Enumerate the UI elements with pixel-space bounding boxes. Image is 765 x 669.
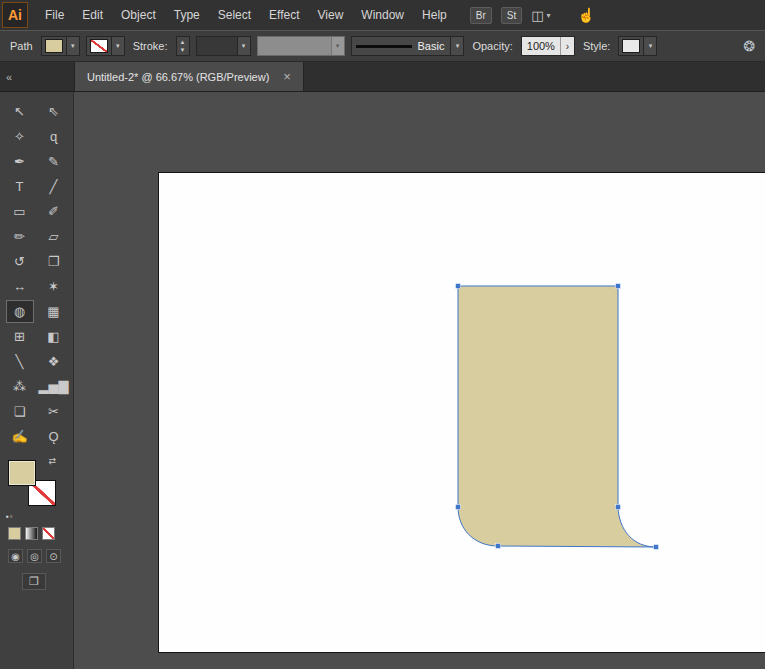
stroke-weight-stepper[interactable]: ▲ ▼ bbox=[176, 36, 190, 56]
stroke-color-dropdown[interactable]: ▾ bbox=[86, 36, 125, 56]
style-label[interactable]: Style: bbox=[583, 40, 611, 52]
canvas-svg bbox=[74, 92, 765, 669]
width-tool[interactable]: ↔ bbox=[6, 275, 34, 298]
fill-indicator[interactable] bbox=[8, 460, 36, 486]
stroke-weight-dropdown[interactable]: ▾ bbox=[196, 36, 251, 56]
collapse-panel-icon[interactable]: « bbox=[6, 71, 12, 83]
pen-tool[interactable]: ✒ bbox=[6, 150, 34, 173]
workspace: ↖⇖✧ɋ✒✎T╱▭✐✏▱↺❐↔✶◍▦⊞◧╲❖⁂▂▅▇❏✂✍Ǫ ⇄ ▪▫ ◉◎⊙ … bbox=[0, 92, 765, 669]
lasso-tool[interactable]: ɋ bbox=[40, 125, 68, 148]
stepper-up-icon: ▲ bbox=[180, 38, 186, 46]
eraser-tool[interactable]: ▱ bbox=[40, 225, 68, 248]
swap-fill-stroke-icon[interactable]: ⇄ bbox=[48, 456, 56, 466]
default-fill-stroke-icon[interactable]: ▪▫ bbox=[6, 512, 73, 521]
apply-gradient-button[interactable] bbox=[25, 527, 38, 540]
menu-select[interactable]: Select bbox=[209, 8, 260, 22]
selection-context-label: Path bbox=[10, 40, 33, 52]
chevron-down-icon: ▾ bbox=[237, 37, 250, 55]
perspective-grid-tool-icon: ▦ bbox=[47, 304, 59, 319]
menu-help[interactable]: Help bbox=[413, 8, 456, 22]
menu-file[interactable]: File bbox=[36, 8, 73, 22]
menu-effect[interactable]: Effect bbox=[260, 8, 308, 22]
document-tab[interactable]: Untitled-2* @ 66.67% (RGB/Preview) × bbox=[74, 62, 304, 91]
opacity-label[interactable]: Opacity: bbox=[472, 40, 512, 52]
free-transform-tool[interactable]: ✶ bbox=[40, 275, 68, 298]
canvas-area[interactable] bbox=[74, 92, 765, 669]
menu-bar: Ai File Edit Object Type Select Effect V… bbox=[0, 0, 765, 30]
apply-color-row bbox=[8, 527, 73, 540]
workspace-switcher[interactable]: ◫ ▾ bbox=[531, 8, 550, 23]
fill-stroke-indicator: ⇄ bbox=[8, 460, 56, 506]
opacity-input[interactable]: 100% bbox=[522, 37, 560, 55]
brush-definition-dropdown[interactable]: Basic ▾ bbox=[351, 36, 465, 56]
perspective-grid-tool[interactable]: ▦ bbox=[40, 300, 68, 323]
column-graph-tool-icon: ▂▅▇ bbox=[39, 379, 69, 394]
paintbrush-tool[interactable]: ✐ bbox=[40, 200, 68, 223]
zoom-tool-icon: Ǫ bbox=[48, 429, 58, 444]
anchor-point[interactable] bbox=[654, 545, 659, 550]
menu-type[interactable]: Type bbox=[165, 8, 209, 22]
eyedropper-tool-icon: ╲ bbox=[16, 354, 24, 369]
mesh-tool-icon: ⊞ bbox=[14, 329, 25, 344]
anchor-point[interactable] bbox=[496, 544, 501, 549]
shaper-tool-icon: ✏ bbox=[14, 229, 25, 244]
zoom-tool[interactable]: Ǫ bbox=[40, 425, 68, 448]
drawing-modes-row: ◉◎⊙ bbox=[8, 549, 73, 563]
stock-button[interactable]: St bbox=[501, 7, 522, 24]
line-segment-tool[interactable]: ╱ bbox=[40, 175, 68, 198]
recolor-artwork-icon[interactable]: ❂ bbox=[743, 38, 757, 54]
mesh-tool[interactable]: ⊞ bbox=[6, 325, 34, 348]
shape-builder-tool[interactable]: ◍ bbox=[6, 300, 34, 323]
menu-edit[interactable]: Edit bbox=[73, 8, 112, 22]
artboard-tool[interactable]: ❏ bbox=[6, 400, 34, 423]
graphic-style-dropdown[interactable]: ▾ bbox=[618, 36, 657, 56]
column-graph-tool[interactable]: ▂▅▇ bbox=[40, 375, 68, 398]
bridge-button[interactable]: Br bbox=[470, 7, 492, 24]
shaper-tool[interactable]: ✏ bbox=[6, 225, 34, 248]
anchor-point[interactable] bbox=[456, 284, 461, 289]
stroke-label[interactable]: Stroke: bbox=[133, 40, 168, 52]
tools-panel: ↖⇖✧ɋ✒✎T╱▭✐✏▱↺❐↔✶◍▦⊞◧╲❖⁂▂▅▇❏✂✍Ǫ ⇄ ▪▫ ◉◎⊙ … bbox=[0, 92, 74, 669]
type-tool[interactable]: T bbox=[6, 175, 34, 198]
fill-color-dropdown[interactable]: ▾ bbox=[41, 36, 80, 56]
rotate-tool[interactable]: ↺ bbox=[6, 250, 34, 273]
selection-tool-icon: ↖ bbox=[14, 104, 25, 119]
anchor-point[interactable] bbox=[456, 505, 461, 510]
eyedropper-tool[interactable]: ╲ bbox=[6, 350, 34, 373]
stroke-weight-field[interactable] bbox=[197, 37, 237, 55]
symbol-sprayer-tool[interactable]: ⁂ bbox=[6, 375, 34, 398]
draw-inside-button[interactable]: ⊙ bbox=[46, 549, 61, 563]
selected-shape[interactable] bbox=[458, 286, 656, 547]
draw-behind-button[interactable]: ◎ bbox=[27, 549, 42, 563]
curvature-tool[interactable]: ✎ bbox=[40, 150, 68, 173]
apply-color-button[interactable] bbox=[8, 527, 21, 540]
slice-tool[interactable]: ✂ bbox=[40, 400, 68, 423]
change-screen-mode-button[interactable]: ❐ bbox=[22, 573, 46, 590]
scale-tool[interactable]: ❐ bbox=[40, 250, 68, 273]
anchor-point[interactable] bbox=[616, 284, 621, 289]
direct-selection-tool-icon: ⇖ bbox=[48, 104, 59, 119]
hand-tool[interactable]: ✍ bbox=[6, 425, 34, 448]
menu-window[interactable]: Window bbox=[352, 8, 413, 22]
eraser-tool-icon: ▱ bbox=[49, 229, 59, 244]
anchor-point[interactable] bbox=[616, 505, 621, 510]
apply-none-button[interactable] bbox=[42, 527, 55, 540]
magic-wand-tool[interactable]: ✧ bbox=[6, 125, 34, 148]
lasso-tool-icon: ɋ bbox=[50, 129, 57, 144]
rectangle-tool[interactable]: ▭ bbox=[6, 200, 34, 223]
symbol-sprayer-tool-icon: ⁂ bbox=[13, 379, 26, 394]
style-swatch bbox=[622, 39, 640, 53]
gradient-tool[interactable]: ◧ bbox=[40, 325, 68, 348]
close-icon[interactable]: × bbox=[283, 69, 291, 84]
blend-tool[interactable]: ❖ bbox=[40, 350, 68, 373]
app-logo: Ai bbox=[2, 2, 28, 28]
direct-selection-tool[interactable]: ⇖ bbox=[40, 100, 68, 123]
draw-normal-button[interactable]: ◉ bbox=[8, 549, 23, 563]
menu-object[interactable]: Object bbox=[112, 8, 165, 22]
opacity-expand-icon[interactable]: › bbox=[560, 37, 574, 55]
free-transform-tool-icon: ✶ bbox=[48, 279, 59, 294]
opacity-control: 100% › bbox=[521, 36, 575, 56]
touch-workspace-icon[interactable]: ☝ bbox=[578, 7, 595, 23]
selection-tool[interactable]: ↖ bbox=[6, 100, 34, 123]
menu-view[interactable]: View bbox=[309, 8, 353, 22]
